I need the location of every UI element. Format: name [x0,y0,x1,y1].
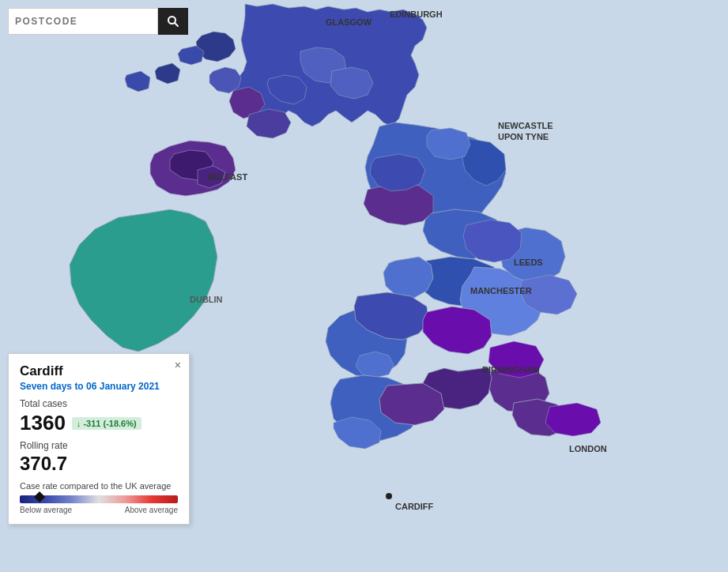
legend-marker [34,491,45,502]
map-container: EDINBURGH GLASGOW NEWCASTLEUPON TYNE BEL… [0,0,728,572]
search-icon [167,15,179,28]
rolling-rate-value: 370.7 [20,453,178,475]
date-range: Seven days to 06 January 2021 [20,381,178,392]
change-badge: ↓ -311 (-18.6%) [72,417,141,430]
total-cases-label: Total cases [20,398,178,409]
search-input[interactable] [8,8,158,35]
legend-above-label: Above average [125,506,178,514]
legend-description: Case rate compared to the UK average [20,481,178,491]
legend-gradient [20,495,178,503]
search-button[interactable] [158,8,188,35]
cardiff-marker [386,493,392,499]
info-panel: × Cardiff Seven days to 06 January 2021 … [8,353,190,525]
legend-container: Below average Above average [20,495,178,514]
total-cases-row: 1360 ↓ -311 (-18.6%) [20,411,178,435]
legend-below-label: Below average [20,506,72,514]
city-name: Cardiff [20,363,178,379]
rolling-rate-label: Rolling rate [20,440,178,451]
search-bar [8,8,188,35]
total-cases-number: 1360 [20,411,66,435]
close-button[interactable]: × [175,359,181,371]
svg-line-2 [175,23,178,26]
legend-labels: Below average Above average [20,506,178,514]
